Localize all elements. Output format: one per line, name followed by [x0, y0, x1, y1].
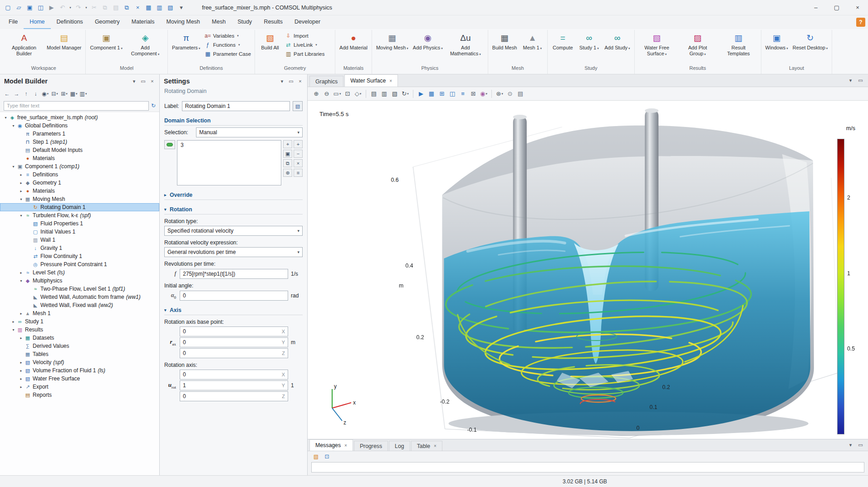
undo-icon[interactable]: ↶ [57, 2, 68, 13]
duplicate-icon[interactable]: ⧉ [122, 2, 132, 13]
messages-list[interactable] [311, 462, 864, 472]
chevron-right-icon[interactable]: ▸ [10, 320, 16, 324]
go-back-icon[interactable]: ← [3, 89, 11, 98]
section-domain-selection[interactable]: Domain Selection [164, 116, 303, 126]
filter-refresh-icon[interactable]: ↻ [151, 102, 156, 109]
graphics-panel-float-icon[interactable]: ▭ [858, 78, 863, 83]
tree-item-wetted-wall-automatic-from-frame[interactable]: ◣Wetted Wall, Automatic from frame(ww1) [0, 293, 159, 301]
tree-item-mesh-1[interactable]: ▸▲Mesh 1 [0, 309, 159, 317]
go-forward-icon[interactable]: → [12, 89, 21, 98]
revolutions-input[interactable]: 275[rpm]*step1(t[1/s]) [180, 269, 288, 279]
chevron-down-icon[interactable]: ▾ [18, 279, 24, 283]
paste-selection-icon[interactable]: ▣ [283, 150, 292, 158]
zoom-to-selection-icon[interactable]: ⊕ [283, 169, 292, 177]
show-axes-icon[interactable]: ⊞ [437, 88, 447, 99]
copy-icon[interactable]: ⧉ [100, 2, 110, 13]
selection-list[interactable]: 3 [177, 140, 281, 185]
redo-menu-icon[interactable]: ▾ [84, 2, 88, 13]
open-file-icon[interactable]: ▱ [14, 2, 24, 13]
tab-progress[interactable]: Progress [354, 441, 388, 451]
model-builder-float-icon[interactable]: ▭ [140, 78, 146, 84]
tab-log[interactable]: Log [389, 441, 410, 451]
tree-item-free-surface-mixer-ls-mph[interactable]: ▾◈free_surface_mixer_ls.mph(root) [0, 113, 159, 122]
split-view-icon[interactable]: ◫ [447, 88, 457, 99]
new-file-icon[interactable]: ▢ [3, 2, 13, 13]
tree-item-level-set[interactable]: ▸≈Level Set(ls) [0, 268, 159, 277]
ribbon-add-physics[interactable]: ◉Add Physics▾ [411, 30, 445, 52]
messages-panel-float-icon[interactable]: ▭ [858, 442, 863, 448]
tree-item-reports[interactable]: ▤Reports [0, 391, 159, 399]
appearance-icon[interactable]: ◉▾ [479, 88, 489, 99]
initial-angle-input[interactable]: 0 [180, 291, 288, 301]
undo-menu-icon[interactable]: ▾ [68, 2, 73, 13]
lock-view-icon[interactable]: ⊠ [468, 88, 478, 99]
selection-list-icon[interactable]: ≡ [294, 169, 303, 177]
filter-input[interactable] [4, 101, 149, 111]
tree-item-multiphysics[interactable]: ▾◆Multiphysics [0, 277, 159, 285]
chevron-right-icon[interactable]: ▸ [18, 189, 24, 193]
menu-materials[interactable]: Materials [126, 15, 161, 29]
tree-item-wall-1[interactable]: ▥Wall 1 [0, 236, 159, 244]
remove-from-selection-icon[interactable]: − [294, 150, 303, 158]
tree-table-icon[interactable]: ▦▾ [69, 89, 78, 98]
go-to-default-view-icon[interactable]: ◇▾ [353, 88, 363, 99]
tab-messages[interactable]: Messages× [309, 439, 353, 451]
tree-item-definitions[interactable]: ▸≡Definitions [0, 170, 159, 179]
tree-item-parameters-1[interactable]: πParameters 1 [0, 130, 159, 138]
menu-study[interactable]: Study [231, 15, 258, 29]
tree-item-derived-values[interactable]: ∑Derived Values [0, 342, 159, 350]
save-as-icon[interactable]: ◫ [35, 2, 46, 13]
cut-icon[interactable]: ✂ [89, 2, 99, 13]
tree-item-export[interactable]: ▸↗Export [0, 383, 159, 391]
menu-mesh[interactable]: Mesh [206, 15, 232, 29]
tree-item-initial-values-1[interactable]: ▢Initial Values 1 [0, 228, 159, 236]
graphics-panel-menu-icon[interactable]: ▾ [848, 78, 853, 83]
graphics-window-icon[interactable]: ▧ [165, 2, 176, 13]
measure-icon[interactable]: ≡ [458, 88, 468, 99]
clear-messages-icon[interactable]: ▧ [312, 452, 320, 461]
menu-results[interactable]: Results [258, 15, 289, 29]
tree-item-fluid-properties-1[interactable]: ▧Fluid Properties 1 [0, 219, 159, 228]
chevron-right-icon[interactable]: ▸ [18, 369, 24, 373]
tree-item-moving-mesh[interactable]: ▾▦Moving Mesh [0, 195, 159, 203]
ribbon-add-component[interactable]: ◈Add Component▾ [125, 30, 165, 58]
section-axis[interactable]: ▾ Axis [164, 306, 303, 315]
section-override[interactable]: ▸ Override [164, 190, 303, 200]
chevron-down-icon[interactable]: ▾ [18, 214, 24, 218]
tree-item-rotating-domain-1[interactable]: ↻Rotating Domain 1 [0, 203, 159, 211]
paste-icon[interactable]: ▤ [111, 2, 121, 13]
add-to-selection-icon[interactable]: + [294, 140, 303, 148]
ribbon-parameters[interactable]: πParameters▾ [170, 30, 202, 52]
menu-developer[interactable]: Developer [289, 15, 326, 29]
move-down-icon[interactable]: ↓ [31, 89, 40, 98]
tree-item-component-1[interactable]: ▾▣Component 1(comp1) [0, 162, 159, 170]
settings-menu-icon[interactable]: ▾ [279, 78, 285, 84]
close-icon[interactable]: × [434, 443, 436, 448]
rename-button[interactable]: ▧ [293, 101, 303, 111]
tree-item-volume-fraction-of-fluid-1[interactable]: ▸▧Volume Fraction of Fluid 1(ls) [0, 366, 159, 375]
tree-item-two-phase-flow-level-set-1[interactable]: ≈Two-Phase Flow, Level Set 1(tpf1) [0, 285, 159, 293]
chevron-down-icon[interactable]: ▾ [18, 197, 24, 201]
tree-item-wetted-wall-fixed-wall[interactable]: ◣Wetted Wall, Fixed wall(ww2) [0, 301, 159, 309]
rotate-view-icon[interactable]: ↻▾ [400, 88, 410, 99]
ribbon-windows[interactable]: ▣Windows▾ [764, 30, 790, 52]
base-point-z-input[interactable]: 0Z [180, 348, 288, 358]
messages-panel-menu-icon[interactable]: ▾ [848, 442, 853, 448]
ribbon-application-builder[interactable]: AApplication Builder [4, 30, 44, 58]
ribbon-build-all[interactable]: ▧Build All [257, 30, 283, 52]
rotation-axis-z-input[interactable]: 0Z [180, 391, 288, 401]
save-icon[interactable]: ▣ [25, 2, 35, 13]
settings-close-icon[interactable]: × [297, 78, 303, 84]
delete-icon[interactable]: × [132, 2, 143, 13]
rotation-axis-x-input[interactable]: 0X [180, 370, 288, 380]
zoom-box-icon[interactable]: ⊡ [343, 88, 353, 99]
tree-item-results[interactable]: ▾▥Results [0, 326, 159, 334]
zoom-out-icon[interactable]: ⊖ [322, 88, 332, 99]
maximize-button[interactable]: ▢ [826, 0, 847, 15]
ribbon-result-templates[interactable]: ▥Result Templates [719, 30, 759, 58]
ribbon-compute[interactable]: =Compute [550, 30, 575, 52]
chevron-right-icon[interactable]: ▸ [18, 377, 24, 381]
animate-icon[interactable]: ▶ [416, 88, 426, 99]
show-grid-icon[interactable]: ▦ [427, 88, 436, 99]
ribbon-parameter-case[interactable]: ▦Parameter Case [203, 50, 252, 58]
